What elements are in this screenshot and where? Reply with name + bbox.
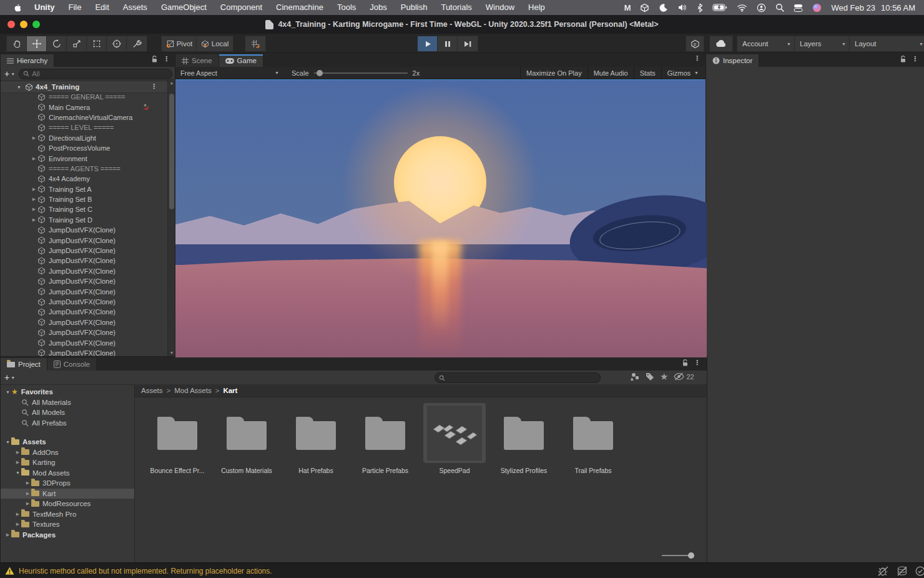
project-tree-item[interactable]: ▶ Karting xyxy=(1,457,134,468)
control-center-icon[interactable] xyxy=(794,4,803,12)
hierarchy-item[interactable]: JumpDustVFX(Clone) xyxy=(1,235,168,245)
expand-arrow-icon[interactable]: ▶ xyxy=(32,217,36,222)
menu-item[interactable]: Tools xyxy=(330,0,363,15)
expand-arrow-icon[interactable]: ▶ xyxy=(32,136,36,140)
expand-arrow-icon[interactable]: ▶ xyxy=(16,460,19,464)
hierarchy-item[interactable]: ▶ DirectionalLight xyxy=(1,133,168,143)
status-bar[interactable]: Heuristic method called but not implemen… xyxy=(0,562,924,578)
status-message[interactable]: Heuristic method called but not implemen… xyxy=(19,567,272,576)
menu-item[interactable]: Assets xyxy=(116,0,154,15)
expand-arrow-icon[interactable]: ▶ xyxy=(16,450,19,454)
project-search-input[interactable] xyxy=(435,372,601,383)
rotate-tool-button[interactable] xyxy=(46,36,67,52)
panel-menu-icon[interactable]: ⋮ xyxy=(909,56,921,62)
tab-hierarchy[interactable]: Hierarchy xyxy=(1,54,54,67)
bluetooth-icon[interactable] xyxy=(697,3,703,12)
expand-arrow-icon[interactable]: ▶ xyxy=(16,512,19,516)
hierarchy-item[interactable]: CinemachineVirtualCamera xyxy=(1,112,168,122)
version-control-button[interactable]: p xyxy=(686,36,704,52)
do-not-disturb-icon[interactable] xyxy=(659,3,668,12)
cloud-services-button[interactable] xyxy=(709,36,733,52)
game-toolbar-button[interactable]: Mute Audio xyxy=(587,67,634,79)
hierarchy-item[interactable]: JumpDustVFX(Clone) xyxy=(1,225,168,235)
menu-item[interactable]: Publish xyxy=(394,0,435,15)
hierarchy-item[interactable]: JumpDustVFX(Clone) xyxy=(1,246,168,256)
hierarchy-item[interactable]: ▶ Training Set C xyxy=(1,204,168,214)
menu-item[interactable]: Edit xyxy=(88,0,115,15)
project-tree-item[interactable]: ▶ TextMesh Pro xyxy=(1,509,134,520)
cache-server-disconnected-icon[interactable] xyxy=(897,566,908,576)
expand-arrow-icon[interactable]: ▶ xyxy=(32,187,36,191)
volume-icon[interactable] xyxy=(677,3,687,12)
hierarchy-item[interactable]: JumpDustVFX(Clone) xyxy=(1,297,168,307)
tab-inspector[interactable]: Inspector xyxy=(706,54,759,67)
asset-tile[interactable]: SpeedPad xyxy=(423,403,486,474)
project-tree-item[interactable]: ▶ AddOns xyxy=(1,447,134,458)
wifi-icon[interactable] xyxy=(737,4,747,12)
project-tree-item[interactable]: ▶ Packages xyxy=(1,530,134,541)
panel-menu-icon[interactable]: ⋮ xyxy=(691,55,703,62)
collapse-arrow-icon[interactable]: ▼ xyxy=(6,440,10,444)
scale-tool-button[interactable] xyxy=(66,36,87,52)
hierarchy-item[interactable]: ===== LEVEL ===== xyxy=(1,122,168,132)
hierarchy-item[interactable]: 4x4 Academy xyxy=(1,174,168,184)
game-toolbar-button[interactable]: Stats xyxy=(634,67,661,79)
asset-tile[interactable]: Stylized Profiles xyxy=(493,403,555,474)
layout-dropdown[interactable]: Layout▼ xyxy=(849,36,924,52)
collapse-arrow-icon[interactable]: ▼ xyxy=(6,390,10,394)
tab-game[interactable]: Game xyxy=(219,54,263,67)
unity-hub-menu-icon[interactable] xyxy=(640,3,649,12)
battery-icon[interactable] xyxy=(712,4,727,11)
project-tree-item[interactable]: All Prefabs xyxy=(1,418,134,429)
lock-icon[interactable] xyxy=(682,359,689,367)
menu-item[interactable]: Unity xyxy=(27,0,62,15)
hierarchy-search-input[interactable]: All xyxy=(19,69,172,79)
pause-button[interactable] xyxy=(437,36,458,52)
zoom-window-button[interactable] xyxy=(32,21,40,28)
search-by-type-icon[interactable] xyxy=(630,372,640,381)
breadcrumb-item[interactable]: Mod Assets xyxy=(174,387,211,394)
spotlight-icon[interactable] xyxy=(775,3,784,12)
create-gameobject-button[interactable]: +▼ xyxy=(4,69,15,79)
debugger-disabled-icon[interactable] xyxy=(877,566,889,576)
hierarchy-item[interactable]: JumpDustVFX(Clone) xyxy=(1,317,168,327)
scale-slider[interactable] xyxy=(314,72,408,74)
hierarchy-item[interactable]: ▶ Training Set D xyxy=(1,215,168,225)
account-dropdown[interactable]: Account▼ xyxy=(737,36,797,52)
lock-icon[interactable] xyxy=(900,55,907,63)
hierarchy-item[interactable]: JumpDustVFX(Clone) xyxy=(1,256,168,266)
expand-arrow-icon[interactable]: ▶ xyxy=(32,156,36,161)
hierarchy-item[interactable]: ▶ Environment xyxy=(1,153,168,163)
asset-tile[interactable]: Trail Prefabs xyxy=(562,403,624,474)
pivot-toggle-button[interactable]: Pivot xyxy=(161,36,197,52)
expand-arrow-icon[interactable]: ▶ xyxy=(6,532,9,537)
move-tool-button[interactable] xyxy=(26,36,47,52)
custom-tool-button[interactable] xyxy=(126,36,147,52)
expand-arrow-icon[interactable]: ▶ xyxy=(32,197,36,201)
siri-icon[interactable] xyxy=(812,3,822,12)
lock-icon[interactable] xyxy=(151,55,158,63)
hierarchy-item[interactable]: ▶ Training Set A xyxy=(1,184,168,194)
hierarchy-item[interactable]: JumpDustVFX(Clone) xyxy=(1,266,168,276)
hierarchy-item[interactable]: JumpDustVFX(Clone) xyxy=(1,307,168,317)
tab-scene[interactable]: Scene xyxy=(175,54,219,67)
create-asset-button[interactable]: +▼ xyxy=(4,372,15,382)
menubar-clock[interactable]: Wed Feb 2310:56 AM xyxy=(831,3,915,12)
menu-item[interactable]: Cinemachine xyxy=(269,0,330,15)
expand-arrow-icon[interactable]: ▶ xyxy=(26,501,29,506)
hand-tool-button[interactable] xyxy=(6,36,27,52)
hierarchy-item[interactable]: ===== GENERAL ===== xyxy=(1,92,168,102)
expand-arrow-icon[interactable]: ▶ xyxy=(16,522,19,526)
thumbnail-size-slider[interactable] xyxy=(662,552,694,559)
transform-tool-button[interactable] xyxy=(106,36,127,52)
menu-item[interactable]: Help xyxy=(521,0,552,15)
expand-arrow-icon[interactable]: ▶ xyxy=(26,481,29,485)
rect-tool-button[interactable] xyxy=(86,36,107,52)
scrollbar-thumb[interactable] xyxy=(169,94,174,209)
apple-menu-icon[interactable] xyxy=(6,2,27,12)
panel-menu-icon[interactable]: ⋮ xyxy=(160,56,172,62)
project-tree-item[interactable]: ▶ ModResources xyxy=(1,499,134,509)
scene-menu-icon[interactable]: ⋮ xyxy=(148,83,160,90)
minimize-window-button[interactable] xyxy=(20,21,27,28)
scroll-up-icon[interactable]: ▲ xyxy=(170,81,174,85)
